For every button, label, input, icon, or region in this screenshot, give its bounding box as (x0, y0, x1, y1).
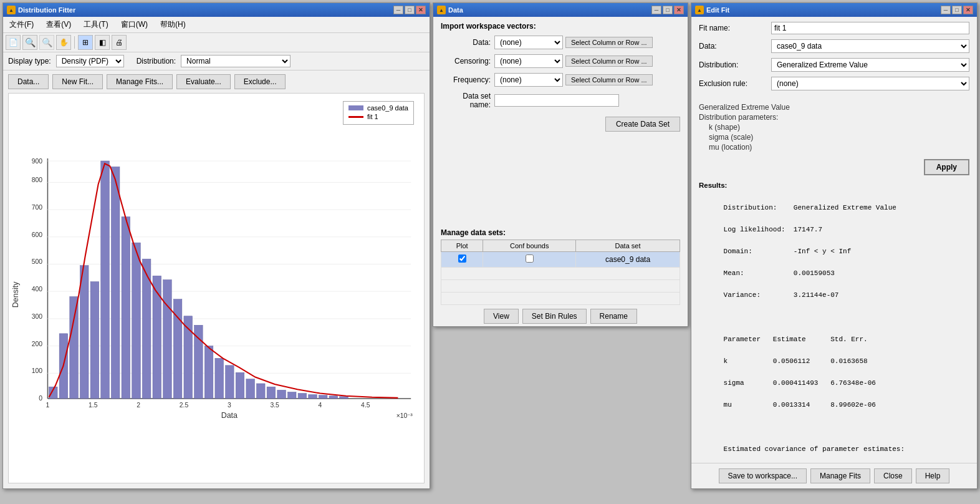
svg-text:2.5: 2.5 (180, 402, 189, 409)
frequency-label: Frequency: (441, 75, 491, 84)
editfit-close-button[interactable]: ✕ (963, 6, 973, 14)
svg-text:800: 800 (32, 177, 43, 183)
svg-text:3: 3 (228, 402, 231, 409)
distribution-select[interactable]: Normal Generalized Extreme Value (181, 55, 291, 67)
svg-text:600: 600 (32, 231, 43, 238)
svg-rect-51 (257, 384, 266, 399)
menu-help[interactable]: 帮助(H) (156, 18, 190, 31)
print-button[interactable]: 🖨 (112, 35, 127, 50)
new-fit-button[interactable]: New Fit... (52, 74, 103, 89)
apply-row: Apply (691, 155, 977, 179)
svg-text:700: 700 (32, 204, 43, 211)
ef-exclusion-select[interactable]: (none) (771, 77, 969, 90)
import-title: Import workspace vectors: (441, 22, 680, 31)
menu-window[interactable]: 窗口(W) (117, 18, 151, 31)
ef-distribution-label: Distribution: (699, 61, 767, 69)
frequency-form-row: Frequency: (none) Select Column or Row .… (441, 73, 680, 87)
svg-text:100: 100 (32, 367, 43, 374)
svg-rect-34 (80, 266, 89, 399)
svg-rect-56 (309, 395, 317, 399)
menu-file[interactable]: 文件(F) (6, 18, 37, 31)
svg-text:400: 400 (32, 286, 43, 293)
svg-rect-35 (90, 282, 99, 399)
svg-text:900: 900 (32, 158, 43, 165)
dist-info-section: Generalized Extreme Value Distribution p… (691, 100, 977, 155)
manage-fits-button[interactable]: Manage Fits... (107, 74, 173, 89)
minimize-button[interactable]: ─ (393, 6, 403, 14)
rename-button[interactable]: Rename (590, 309, 637, 324)
distfitter-button-row: Data... New Fit... Manage Fits... Evalua… (3, 70, 430, 93)
pan-button[interactable]: ✋ (56, 35, 71, 50)
dataset-name-label: Data set name: (441, 92, 491, 109)
data-form-row: Data: (none) Select Column or Row ... (441, 36, 680, 49)
menu-view[interactable]: 查看(V) (42, 18, 75, 31)
view-button[interactable]: View (484, 309, 519, 324)
ef-distribution-select[interactable]: Generalized Extreme Value Normal Exponen… (771, 58, 969, 72)
ef-data-select[interactable]: case0_9 data (771, 39, 969, 53)
close-button[interactable]: ✕ (416, 6, 426, 14)
distfitter-titlebar: ▲ Distribution Fitter ─ □ ✕ (3, 3, 430, 17)
save-workspace-button[interactable]: Save to workspace... (719, 468, 807, 483)
data-titlebar: ▲ Data ─ □ ✕ (433, 3, 688, 17)
svg-rect-47 (215, 358, 224, 399)
data-window: ▲ Data ─ □ ✕ Import workspace vectors: D… (433, 2, 688, 327)
svg-rect-37 (111, 167, 120, 399)
data-button[interactable]: Data... (8, 74, 49, 89)
svg-rect-33 (70, 297, 79, 399)
manage-title: Manage data sets: (441, 228, 680, 237)
chart-area: Density 0 100 200 300 400 500 600 700 80… (8, 93, 425, 483)
editfit-help-button[interactable]: Help (916, 468, 950, 483)
censoring-select[interactable]: (none) (494, 54, 563, 68)
data-close-button[interactable]: ✕ (674, 6, 684, 14)
zoom-in-button[interactable]: 🔍 (22, 35, 37, 50)
svg-rect-54 (287, 392, 296, 399)
select-col-row-frequency-button[interactable]: Select Column or Row ... (565, 74, 653, 85)
display-type-select[interactable]: Density (PDF) CDF Probability plot (56, 55, 124, 67)
zoom-out-button[interactable]: 🔍 (39, 35, 54, 50)
set-bin-rules-button[interactable]: Set Bin Rules (522, 309, 587, 324)
brush-button[interactable]: ◧ (95, 35, 110, 50)
svg-text:×10⁻³: ×10⁻³ (396, 412, 413, 419)
create-dataset-button[interactable]: Create Data Set (605, 117, 680, 132)
datasets-table: Plot Conf bounds Data set case0_9 data (441, 240, 680, 305)
conf-bounds-checkbox[interactable] (526, 254, 534, 263)
distfitter-title: Distribution Fitter (18, 6, 75, 14)
fit-name-input[interactable] (771, 22, 969, 34)
data-restore-button[interactable]: □ (663, 6, 673, 14)
editfit-title: Edit Fit (706, 6, 729, 14)
new-tool-button[interactable]: 📄 (6, 35, 21, 50)
menu-tools[interactable]: 工具(T) (80, 18, 112, 31)
editfit-minimize-button[interactable]: ─ (941, 6, 951, 14)
distfitter-menubar: 文件(F) 查看(V) 工具(T) 窗口(W) 帮助(H) (3, 17, 430, 33)
exclude-button[interactable]: Exclude... (234, 74, 286, 89)
plot-checkbox[interactable] (458, 254, 466, 263)
editfit-close-btn[interactable]: Close (874, 468, 912, 483)
select-col-row-censoring-button[interactable]: Select Column or Row ... (565, 56, 653, 67)
restore-button[interactable]: □ (405, 6, 415, 14)
legend-fit1-label: fit 1 (367, 113, 378, 120)
fit-name-label: Fit name: (699, 24, 767, 32)
dist-info-params-title: Distribution parameters: (699, 113, 969, 122)
data-minimize-button[interactable]: ─ (651, 6, 661, 14)
svg-text:0: 0 (39, 395, 42, 402)
svg-rect-48 (226, 366, 234, 399)
evaluate-button[interactable]: Evaluate... (176, 74, 231, 89)
svg-text:3.5: 3.5 (270, 402, 279, 409)
dataset-name-input[interactable] (494, 94, 619, 107)
manage-fits-editfit-button[interactable]: Manage Fits (810, 468, 870, 483)
legend-case0-9-color (348, 105, 363, 110)
svg-text:300: 300 (32, 313, 43, 320)
editfit-restore-button[interactable]: □ (952, 6, 962, 14)
empty-row-3 (441, 293, 680, 305)
data-cursor-button[interactable]: ⊞ (78, 35, 93, 50)
ef-distribution-row: Distribution: Generalized Extreme Value … (699, 58, 969, 72)
legend-fit1-color (348, 116, 363, 118)
frequency-select[interactable]: (none) (494, 73, 563, 87)
apply-button[interactable]: Apply (924, 159, 969, 175)
svg-text:Data: Data (221, 411, 238, 420)
svg-text:500: 500 (32, 258, 43, 265)
data-select[interactable]: (none) (494, 36, 563, 49)
svg-rect-52 (267, 387, 276, 399)
select-col-row-data-button[interactable]: Select Column or Row ... (565, 37, 653, 48)
svg-text:200: 200 (32, 341, 43, 347)
